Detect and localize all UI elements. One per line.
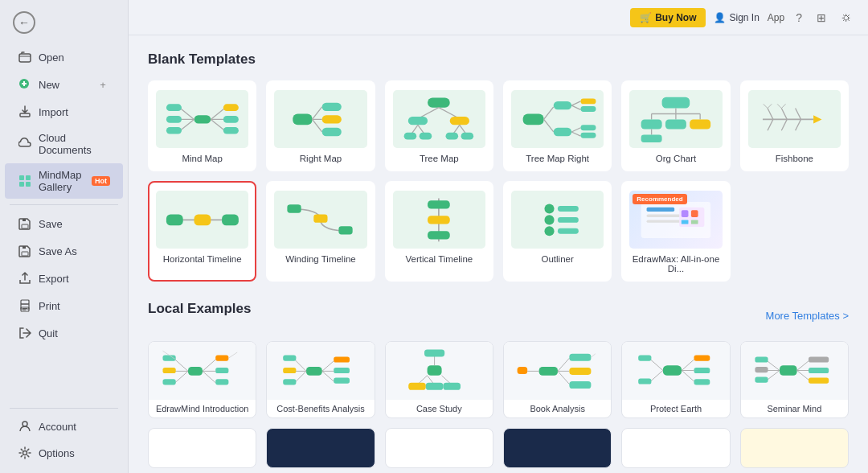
- svg-rect-169: [694, 367, 710, 372]
- bottom-card-6[interactable]: [740, 428, 849, 468]
- template-card-edrawmax[interactable]: Recommended EdrawMax: All-in-one Di...: [621, 181, 730, 282]
- import-icon: [18, 105, 32, 119]
- svg-rect-65: [662, 97, 690, 108]
- template-card-org-chart[interactable]: Org Chart: [621, 80, 730, 171]
- svg-rect-172: [780, 365, 797, 376]
- sidebar-gallery-label: MindMap Gallery: [39, 169, 85, 193]
- more-templates-link[interactable]: More Templates >: [766, 310, 849, 322]
- right-map-label: Right Map: [300, 154, 342, 163]
- svg-rect-16: [23, 310, 26, 311]
- example-card-book-analysis[interactable]: Book Analysis: [503, 341, 612, 418]
- svg-line-57: [571, 101, 580, 105]
- svg-rect-114: [188, 367, 203, 376]
- svg-line-128: [228, 352, 237, 358]
- sidebar-cloud-label: Cloud Documents: [39, 132, 110, 156]
- svg-line-61: [571, 127, 580, 131]
- template-card-mind-map[interactable]: Mind Map: [148, 80, 256, 171]
- sidebar-item-options[interactable]: Options: [5, 440, 123, 466]
- gallery-hot-badge: Hot: [92, 176, 110, 186]
- tree-map-preview: [393, 90, 485, 148]
- sidebar-item-print[interactable]: Print: [5, 293, 123, 319]
- bottom-card-4[interactable]: [503, 428, 612, 468]
- svg-rect-133: [283, 367, 296, 372]
- svg-rect-42: [408, 117, 428, 125]
- svg-rect-104: [558, 228, 579, 233]
- save-as-icon: [18, 244, 32, 258]
- sign-in-label: Sign In: [729, 12, 759, 23]
- sidebar-item-account[interactable]: Account: [5, 413, 123, 439]
- tree-map-right-label: Tree Map Right: [526, 154, 589, 163]
- template-card-horizontal-timeline[interactable]: Horizontal Timeline: [148, 181, 256, 282]
- example-card-seminar-mind[interactable]: Seminar Mind: [740, 341, 849, 418]
- svg-rect-52: [522, 113, 543, 125]
- svg-line-140: [322, 371, 334, 381]
- svg-rect-15: [23, 308, 27, 309]
- sign-in-button[interactable]: 👤 Sign In: [714, 12, 759, 23]
- print-icon: [18, 298, 32, 313]
- bottom-card-3[interactable]: [385, 428, 493, 468]
- help-button[interactable]: ?: [792, 8, 805, 27]
- book-analysis-label: Book Analysis: [504, 400, 611, 417]
- svg-line-26: [211, 108, 224, 119]
- svg-rect-91: [222, 214, 239, 225]
- sidebar-bottom: Account Options: [0, 403, 128, 467]
- sidebar-options-label: Options: [39, 447, 75, 459]
- example-card-edrawmind-intro[interactable]: EdrawMind Introduction: [148, 341, 256, 418]
- sidebar-item-export[interactable]: Export: [5, 265, 123, 291]
- svg-line-183: [797, 370, 809, 380]
- template-card-outliner[interactable]: Outliner: [503, 181, 612, 282]
- org-chart-preview: [629, 90, 722, 148]
- svg-line-33: [313, 106, 322, 119]
- svg-rect-32: [293, 113, 312, 125]
- svg-rect-29: [223, 116, 239, 123]
- sidebar-item-cloud[interactable]: Cloud Documents: [5, 126, 123, 162]
- edrawmind-intro-label: EdrawMind Introduction: [149, 400, 256, 417]
- svg-line-173: [768, 360, 780, 370]
- settings-button[interactable]: ⛭: [837, 8, 855, 27]
- svg-rect-110: [682, 210, 689, 217]
- buy-now-button[interactable]: 🛒 Buy Now: [630, 8, 706, 27]
- svg-line-82: [782, 119, 788, 130]
- sidebar-item-gallery[interactable]: MindMap Gallery Hot: [5, 163, 123, 199]
- sidebar-item-new[interactable]: New +: [5, 72, 123, 97]
- sidebar-item-open[interactable]: Open: [5, 44, 123, 70]
- template-card-right-map[interactable]: Right Map: [266, 80, 375, 171]
- bottom-card-1[interactable]: [148, 428, 256, 468]
- sidebar-export-label: Export: [39, 273, 69, 285]
- svg-line-162: [650, 360, 662, 370]
- sidebar-item-import[interactable]: Import: [5, 99, 123, 125]
- svg-line-177: [768, 370, 780, 380]
- sidebar-item-save-as[interactable]: Save As: [5, 238, 123, 264]
- bottom-card-5[interactable]: [621, 428, 730, 468]
- template-card-winding-timeline[interactable]: Winding Timeline: [266, 181, 375, 282]
- mind-map-label: Mind Map: [182, 154, 223, 163]
- example-card-protect-earth[interactable]: Protect Earth: [621, 341, 730, 418]
- svg-rect-56: [553, 127, 571, 135]
- example-card-cost-benefits[interactable]: Cost-Benefits Analysis: [266, 341, 375, 418]
- back-button[interactable]: ←: [13, 11, 35, 34]
- svg-point-17: [23, 422, 27, 426]
- svg-line-130: [295, 360, 306, 371]
- svg-rect-163: [638, 355, 651, 360]
- grid-button[interactable]: ⊞: [813, 8, 829, 27]
- svg-rect-27: [223, 104, 239, 111]
- svg-rect-21: [166, 104, 182, 111]
- template-card-vertical-timeline[interactable]: Vertical Timeline: [385, 181, 493, 282]
- bottom-card-2[interactable]: [266, 428, 375, 468]
- svg-rect-4: [20, 113, 30, 117]
- account-icon: [18, 419, 32, 434]
- svg-rect-23: [166, 116, 182, 123]
- examples-grid: EdrawMind Introduction Cost-Benefits An: [148, 341, 849, 418]
- svg-rect-11: [22, 252, 28, 256]
- svg-rect-50: [446, 132, 459, 139]
- svg-rect-141: [334, 377, 350, 383]
- svg-rect-158: [569, 381, 591, 389]
- template-card-tree-map-right[interactable]: Tree Map Right: [503, 80, 612, 171]
- edrawmax-label: EdrawMax: All-in-one Di...: [629, 254, 722, 274]
- svg-rect-25: [166, 127, 182, 134]
- template-card-fishbone[interactable]: Fishbone: [740, 80, 849, 171]
- sidebar-item-save[interactable]: Save: [5, 211, 123, 236]
- template-card-tree-map[interactable]: Tree Map: [385, 80, 493, 171]
- sidebar-item-quit[interactable]: Quit: [5, 320, 123, 346]
- example-card-case-study[interactable]: Case Study: [385, 341, 493, 418]
